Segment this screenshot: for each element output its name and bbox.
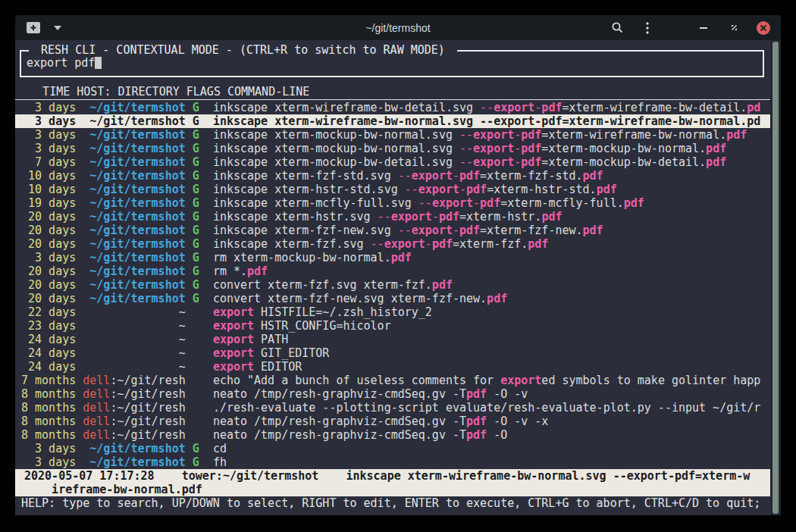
history-row[interactable]: 7 months dell:~/git/resh echo "Add a bun… bbox=[15, 374, 770, 387]
text-segment bbox=[186, 169, 193, 183]
flags-cell: G bbox=[193, 442, 199, 455]
history-row[interactable]: 22 days ~ export HISTFILE=~/.zsh_history… bbox=[15, 305, 770, 319]
text-segment bbox=[186, 210, 193, 224]
command-segment: -O -v bbox=[487, 387, 528, 401]
command-segment: =xterm-hstr-std. bbox=[487, 183, 597, 196]
new-tab-icon[interactable] bbox=[26, 20, 41, 36]
history-row[interactable]: 20 days ~/git/termshot G inkscape xterm-… bbox=[15, 210, 770, 224]
history-row[interactable]: 24 days ~ export PATH bbox=[15, 333, 770, 346]
command-segment: =xterm-mockup-bw-detail. bbox=[541, 155, 706, 169]
time-cell: 8 months bbox=[21, 415, 76, 428]
directory-cell: ~/git/termshot bbox=[89, 237, 185, 251]
history-row[interactable]: 8 months dell:~/git/resh neato /tmp/resh… bbox=[15, 387, 770, 401]
text-segment bbox=[199, 305, 213, 319]
command-segment: =xterm-fzf-new. bbox=[480, 224, 582, 237]
history-row[interactable]: 23 days ~ export HSTR_CONFIG=hicolor bbox=[15, 319, 770, 333]
directory-cell: ~/git/termshot bbox=[89, 196, 185, 210]
time-cell: 19 days bbox=[21, 196, 76, 210]
close-button[interactable] bbox=[757, 21, 770, 35]
text-segment bbox=[199, 428, 213, 442]
history-row[interactable]: 20 days ~/git/termshot G inkscape xterm-… bbox=[15, 224, 770, 237]
command-segment: inkscape xterm-fzf-std.svg bbox=[213, 169, 398, 183]
scrollbar-thumb[interactable] bbox=[772, 42, 779, 514]
history-row[interactable]: 8 months dell:~/git/resh neato /tmp/resh… bbox=[15, 428, 770, 442]
history-row[interactable]: 3 days ~/git/termshot G inkscape xterm-m… bbox=[15, 128, 770, 142]
command-segment: export bbox=[473, 128, 514, 142]
text-segment bbox=[199, 346, 213, 360]
command-segment: pdf bbox=[466, 428, 487, 442]
flags-cell: G bbox=[193, 278, 199, 292]
directory-cell: dell bbox=[83, 415, 110, 428]
flags-cell: G bbox=[193, 101, 199, 114]
restore-button[interactable] bbox=[726, 20, 741, 36]
text-segment bbox=[199, 237, 213, 251]
history-row[interactable]: 20 days ~/git/termshot G convert xterm-f… bbox=[15, 278, 770, 292]
directory-cell: ~/git/termshot bbox=[89, 292, 185, 305]
directory-cell: ~/git/termshot bbox=[89, 128, 185, 142]
history-row[interactable]: 3 days ~/git/termshot G rm xterm-mockup-… bbox=[15, 251, 770, 264]
directory-cell: ~/git/termshot bbox=[89, 251, 185, 264]
directory-cell: ~/git/termshot bbox=[89, 264, 185, 278]
command-segment: rm xterm-mockup-bw-normal. bbox=[213, 251, 391, 264]
search-icon[interactable] bbox=[610, 20, 625, 36]
text-segment bbox=[186, 374, 193, 387]
titlebar[interactable]: ~/git/termshot bbox=[15, 15, 781, 40]
text-segment bbox=[76, 333, 83, 346]
scrollbar[interactable] bbox=[770, 40, 781, 515]
command-segment: fh bbox=[213, 455, 227, 469]
time-cell: 20 days bbox=[21, 292, 76, 305]
history-row[interactable]: 8 months dell:~/git/resh ./resh-evaluate… bbox=[15, 401, 770, 415]
history-row[interactable]: 8 months dell:~/git/resh neato /tmp/resh… bbox=[15, 415, 770, 428]
history-row[interactable]: 7 days ~/git/termshot G inkscape xterm-m… bbox=[15, 155, 770, 169]
directory-cell: dell bbox=[83, 387, 110, 401]
flags-cell: G bbox=[193, 237, 199, 251]
flags-cell: G bbox=[193, 196, 199, 210]
history-row[interactable]: 20 days ~/git/termshot G inkscape xterm-… bbox=[15, 237, 770, 251]
history-row[interactable]: 10 days ~/git/termshot G inkscape xterm-… bbox=[15, 169, 770, 183]
tab-chevron-down-icon[interactable] bbox=[50, 20, 65, 36]
text-segment bbox=[76, 101, 83, 114]
command-segment: -- bbox=[418, 196, 432, 210]
command-segment: =xterm-hstr. bbox=[459, 210, 541, 224]
command-segment: pdf bbox=[706, 142, 726, 155]
command-segment: =xterm-wireframe-bw-normal. bbox=[562, 114, 747, 128]
history-row[interactable]: 24 days ~ export GIT_EDITOR bbox=[15, 346, 770, 360]
directory-cell: :~/git/resh bbox=[110, 401, 185, 415]
command-segment: - bbox=[534, 101, 541, 114]
time-cell: 3 days bbox=[21, 142, 76, 155]
history-row[interactable]: 3 days ~/git/termshot G inkscape xterm-m… bbox=[15, 142, 770, 155]
command-segment: pdf bbox=[466, 183, 487, 196]
time-cell: 8 months bbox=[21, 387, 76, 401]
history-row-selected[interactable]: 3 days ~/git/termshot G inkscape xterm-w… bbox=[15, 114, 770, 128]
history-row[interactable]: 24 days ~ export EDITOR bbox=[15, 360, 770, 374]
text-segment bbox=[76, 442, 83, 455]
history-row[interactable]: 19 days ~/git/termshot G inkscape xterm-… bbox=[15, 196, 770, 210]
command-segment: -- bbox=[398, 169, 412, 183]
minimize-button[interactable] bbox=[696, 20, 711, 36]
text-segment bbox=[186, 428, 193, 442]
command-segment: inkscape xterm-fzf.svg bbox=[213, 237, 371, 251]
history-row[interactable]: 20 days ~/git/termshot G rm *.pdf bbox=[15, 264, 770, 278]
text-segment bbox=[76, 128, 83, 142]
history-row[interactable]: 20 days ~/git/termshot G convert xterm-f… bbox=[15, 292, 770, 305]
resh-search-box[interactable]: RESH CLI - CONTEXTUAL MODE - (CTRL+R to … bbox=[20, 50, 764, 77]
menu-kebab-icon[interactable] bbox=[640, 20, 655, 36]
flags-cell: G bbox=[193, 292, 199, 305]
command-segment: PATH bbox=[254, 333, 288, 346]
command-segment: pd bbox=[747, 101, 760, 114]
text-segment bbox=[199, 169, 213, 183]
text-segment bbox=[76, 292, 83, 305]
history-row[interactable]: 10 days ~/git/termshot G inkscape xterm-… bbox=[15, 183, 770, 196]
history-row[interactable]: 3 days ~/git/termshot G inkscape xterm-w… bbox=[15, 101, 770, 114]
text-segment bbox=[83, 224, 89, 237]
text-segment bbox=[186, 387, 193, 401]
history-row[interactable]: 3 days ~/git/termshot G fh bbox=[15, 455, 770, 469]
text-cursor bbox=[95, 57, 102, 69]
text-segment bbox=[83, 455, 89, 469]
directory-cell: :~/git/resh bbox=[110, 428, 185, 442]
command-segment: ed symbols to make golinter happ bbox=[541, 374, 760, 387]
command-segment: pdf bbox=[706, 155, 726, 169]
command-segment: cd bbox=[213, 442, 227, 455]
text-segment bbox=[186, 251, 193, 264]
history-row[interactable]: 3 days ~/git/termshot G cd bbox=[15, 442, 770, 455]
